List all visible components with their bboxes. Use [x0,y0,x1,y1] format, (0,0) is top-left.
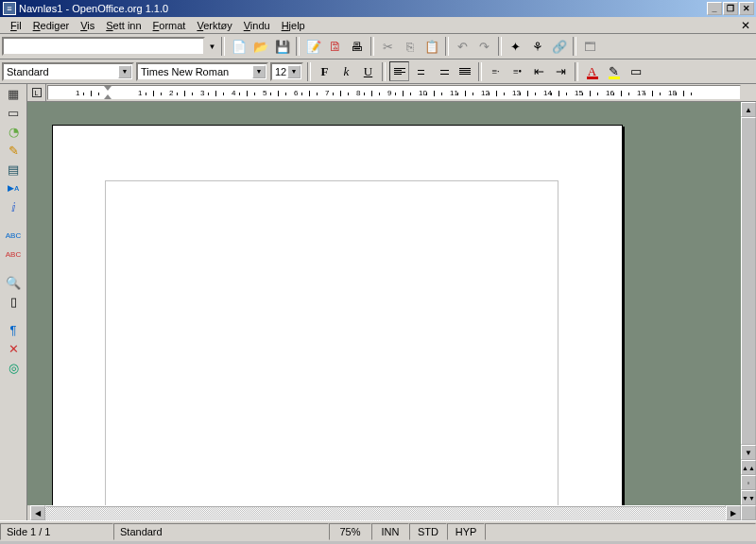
chevron-down-icon: ▼ [287,65,301,78]
menu-bar: Fil Rediger Vis Sett inn Format Verktøy … [0,17,756,34]
insert-draw-button[interactable]: ✎ [3,143,25,158]
scroll-left-button[interactable]: ◀ [30,505,45,520]
status-zoom[interactable]: 75% [329,523,371,540]
insert-form-button[interactable]: ▤ [3,162,25,177]
increase-indent-button[interactable]: ⇥ [551,61,571,81]
navigator-button[interactable]: ✦ [506,37,525,57]
chevron-down-icon: ▼ [118,65,131,78]
scroll-up-button[interactable]: ▲ [741,102,756,117]
bullet-list-button[interactable]: ≡• [507,61,527,81]
font-size-value: 12 [275,66,286,77]
status-misc [485,523,756,540]
font-size-combo[interactable]: 12 ▼ [270,62,303,81]
chevron-down-icon: ▼ [252,65,266,78]
status-page: Side 1 / 1 [0,523,113,540]
highlight-button[interactable]: ✎ [604,61,624,81]
paste-button[interactable]: 📋 [421,37,441,57]
background-color-button[interactable]: ▭ [626,61,645,81]
align-right-button[interactable] [433,61,453,81]
menu-fil[interactable]: Fil [5,19,27,32]
cut-button[interactable]: ✂ [378,37,398,57]
format-toolbar: Standard ▼ Times New Roman ▼ 12 ▼ F k U … [0,60,756,84]
font-name-combo[interactable]: Times New Roman ▼ [136,62,268,81]
window-title: Navnløs1 - OpenOffice.org 1.1.0 [19,3,707,14]
restore-button[interactable]: ❐ [723,2,738,15]
redo-button[interactable]: ↷ [474,37,494,57]
next-page-button[interactable]: ▼▼ [741,490,756,505]
insert-field-button[interactable]: ⅈ [3,199,25,214]
horizontal-ruler[interactable]: L 1123456789101112131415161718 [27,84,756,102]
underline-button[interactable]: U [358,61,378,81]
graphics-off-button[interactable]: ✕ [3,341,25,356]
ruler-corner[interactable]: L [27,84,46,101]
italic-button[interactable]: k [336,61,356,81]
nonprinting-chars-button[interactable]: ¶ [3,322,25,337]
main-toolbar-vertical: ▦ ▭ ◔ ✎ ▤ ▶ᴀ ⅈ ABC ABC 🔍 ▯ ¶ ✕ ◎ [0,84,27,520]
menu-hjelp[interactable]: Hjelp [276,19,311,32]
find-button[interactable]: 🔍 [3,275,25,290]
standard-toolbar: ▼ 📄 📂 💾 📝 🖺 🖶 ✂ ⎘ 📋 ↶ ↷ ✦ ⚘ 🔗 🗔 [0,34,756,60]
bold-button[interactable]: F [315,61,335,81]
status-selection-mode[interactable]: STD [409,523,447,540]
data-sources-button[interactable]: ▯ [3,294,25,309]
text-margin-area[interactable] [105,180,558,505]
scroll-right-button[interactable]: ▶ [726,505,741,520]
insert-frame-button[interactable]: ▭ [3,105,25,120]
numbered-list-button[interactable]: ≡· [486,61,506,81]
align-left-button[interactable] [389,61,409,81]
paragraph-style-value: Standard [7,66,49,77]
insert-table-button[interactable]: ▦ [3,86,25,101]
vertical-scrollbar[interactable]: ▲ ▼ ▲▲ ◦ ▼▼ [741,102,756,505]
url-input[interactable] [2,37,205,56]
align-center-button[interactable] [411,61,431,81]
page [52,125,623,505]
stylist-button[interactable]: ⚘ [527,37,547,57]
navigation-button[interactable]: ◦ [741,475,756,490]
scroll-thumb-horizontal[interactable] [45,505,726,507]
new-doc-button[interactable]: 📄 [229,37,249,57]
status-insert-mode[interactable]: INN [371,523,409,540]
minimize-button[interactable]: _ [707,2,722,15]
font-name-value: Times New Roman [141,66,229,77]
hyperlink-button[interactable]: 🔗 [549,37,569,57]
title-bar: ≡ Navnløs1 - OpenOffice.org 1.1.0 _ ❐ ✕ [0,0,756,17]
auto-spellcheck-button[interactable]: ABC [3,246,25,262]
open-button[interactable]: 📂 [250,37,270,57]
insert-graphics-button[interactable]: ◔ [3,124,25,139]
menu-vis[interactable]: Vis [75,19,100,32]
url-dropdown-icon[interactable]: ▼ [207,42,217,51]
status-hyphenation[interactable]: HYP [447,523,485,540]
align-justify-button[interactable] [455,61,474,81]
export-pdf-button[interactable]: 🖺 [325,37,345,57]
spellcheck-button[interactable]: ABC [3,228,25,243]
previous-page-button[interactable]: ▲▲ [741,460,756,475]
save-button[interactable]: 💾 [272,37,292,57]
insert-object-button[interactable]: ▶ᴀ [3,180,25,196]
horizontal-scrollbar[interactable]: ◀ ▶ [30,505,741,520]
scroll-down-button[interactable]: ▼ [741,445,756,460]
decrease-indent-button[interactable]: ⇤ [529,61,549,81]
status-bar: Side 1 / 1 Standard 75% INN STD HYP [0,520,756,541]
close-button[interactable]: ✕ [739,2,754,15]
document-close-icon[interactable]: ✕ [741,19,750,32]
paragraph-style-combo[interactable]: Standard ▼ [2,62,134,81]
status-style[interactable]: Standard [113,523,329,540]
menu-verktoy[interactable]: Verktøy [191,19,237,32]
scroll-thumb-vertical[interactable] [741,117,756,445]
undo-button[interactable]: ↶ [453,37,472,57]
app-icon: ≡ [3,2,16,15]
document-canvas[interactable] [27,102,741,505]
menu-format[interactable]: Format [147,19,192,32]
copy-button[interactable]: ⎘ [400,37,420,57]
menu-vindu[interactable]: Vindu [238,19,276,32]
menu-rediger[interactable]: Rediger [27,19,76,32]
gallery-button[interactable]: 🗔 [580,37,600,57]
menu-sett-inn[interactable]: Sett inn [100,19,146,32]
font-color-button[interactable]: A [582,61,602,81]
print-button[interactable]: 🖶 [347,37,367,57]
edit-doc-button[interactable]: 📝 [303,37,323,57]
online-layout-button[interactable]: ◎ [3,360,25,375]
